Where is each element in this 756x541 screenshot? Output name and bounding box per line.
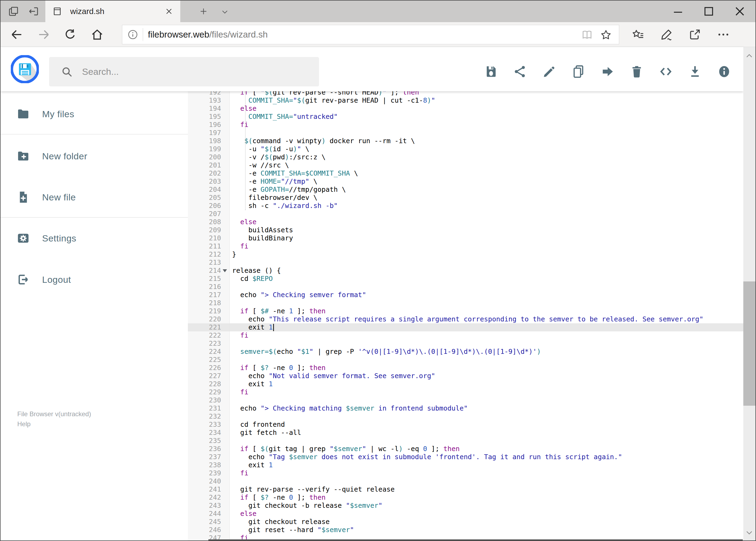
sidebar-item-new-file[interactable]: New file xyxy=(1,181,188,214)
code-line[interactable]: 227 echo "Not valid semver format. See s… xyxy=(188,372,743,380)
code-line[interactable]: 205 filebrowser/dev \ xyxy=(188,194,743,202)
code-line[interactable]: 203 -e HOME="//tmp" \ xyxy=(188,178,743,186)
code-line[interactable]: 200 -v /$(pwd):/src:z \ xyxy=(188,153,743,161)
copy-button[interactable] xyxy=(568,61,589,82)
code-line[interactable]: 204 -e GOPATH=//tmp/gopath \ xyxy=(188,186,743,194)
sidebar-item-logout[interactable]: Logout xyxy=(1,264,188,296)
set-tabs-aside-icon[interactable] xyxy=(28,6,39,17)
code-line[interactable]: 244 else xyxy=(188,510,743,518)
code-line[interactable]: 210 buildBinary xyxy=(188,234,743,242)
rename-button[interactable] xyxy=(539,61,560,82)
share-page-icon[interactable] xyxy=(688,28,701,41)
browser-tab[interactable]: wizard.sh xyxy=(45,1,180,22)
code-line[interactable]: 197 xyxy=(188,129,743,137)
scrollbar-thumb[interactable] xyxy=(743,281,755,406)
filebrowser-logo[interactable] xyxy=(11,55,39,83)
forward-icon[interactable] xyxy=(37,28,50,41)
code-line[interactable]: 229 fi xyxy=(188,388,743,396)
fold-arrow-icon[interactable] xyxy=(223,269,227,272)
code-line[interactable]: 243 git checkout -b release "$semver" xyxy=(188,502,743,510)
sidebar-item-new-folder[interactable]: New folder xyxy=(1,140,188,172)
code-line[interactable]: 223 xyxy=(188,339,743,347)
code-line[interactable]: 237 echo "Tag $semver does not exist in … xyxy=(188,453,743,461)
chevron-down-icon[interactable] xyxy=(220,8,229,16)
delete-button[interactable] xyxy=(626,61,647,82)
code-line[interactable]: 233 cd frontend xyxy=(188,420,743,429)
code-line[interactable]: 212} xyxy=(188,251,743,259)
share-button[interactable] xyxy=(509,61,531,82)
code-line[interactable]: 196 fi xyxy=(188,121,743,129)
info-button[interactable] xyxy=(713,61,735,82)
code-line[interactable]: 193 COMMIT_SHA="$(git rev-parse HEAD | c… xyxy=(188,96,743,105)
annotate-pen-icon[interactable] xyxy=(660,28,673,41)
code-line[interactable]: 220 echo "This release script requires a… xyxy=(188,315,743,323)
code-line[interactable]: 199 -u "$(id -u)" \ xyxy=(188,145,743,153)
hub-favorites-icon[interactable] xyxy=(631,28,644,41)
code-line[interactable]: 225 xyxy=(188,356,743,364)
scroll-up-icon[interactable] xyxy=(745,51,754,61)
code-line[interactable]: 230 xyxy=(188,396,743,404)
code-line[interactable]: 242 if [ $? -ne 0 ]; then xyxy=(188,493,743,502)
home-icon[interactable] xyxy=(91,28,104,41)
code-line[interactable]: 194 else xyxy=(188,105,743,113)
search-box[interactable] xyxy=(49,57,319,86)
new-tab-icon[interactable] xyxy=(199,7,208,16)
code-line[interactable]: 214release () { xyxy=(188,267,743,275)
code-line[interactable]: 245 git checkout release xyxy=(188,518,743,526)
move-button[interactable] xyxy=(597,61,619,82)
code-line[interactable]: 222 fi xyxy=(188,331,743,339)
code-line[interactable]: 217 echo "> Checking semver format" xyxy=(188,291,743,299)
address-bar[interactable]: filebrowser.web/files/wizard.sh xyxy=(122,25,619,44)
sidebar-item-my-files[interactable]: My files xyxy=(1,98,188,130)
code-line[interactable]: 234 git fetch --all xyxy=(188,429,743,437)
reading-view-icon[interactable] xyxy=(581,29,593,41)
code-line[interactable]: 201 -w //src \ xyxy=(188,161,743,169)
code-line[interactable]: 202 -e COMMIT_SHA=$COMMIT_SHA \ xyxy=(188,169,743,178)
code-line[interactable]: 240 xyxy=(188,477,743,485)
code-line[interactable]: 241 git rev-parse --verify --quiet relea… xyxy=(188,485,743,493)
search-input[interactable] xyxy=(82,66,319,77)
close-window-button[interactable] xyxy=(733,4,747,18)
more-options-icon[interactable] xyxy=(717,28,730,41)
code-line[interactable]: 215 cd $REPO xyxy=(188,275,743,283)
sidebar-item-settings[interactable]: Settings xyxy=(1,222,188,255)
code-line[interactable]: 228 exit 1 xyxy=(188,380,743,388)
code-line[interactable]: 211 fi xyxy=(188,242,743,251)
code-line[interactable]: 195 COMMIT_SHA="untracked" xyxy=(188,113,743,121)
code-line[interactable]: 236 if [ $(git tag | grep "$semver" | wc… xyxy=(188,445,743,453)
code-line[interactable]: 192 if [ "$(git rev-parse --short HEAD)"… xyxy=(188,91,743,96)
switch-view-button[interactable] xyxy=(655,61,677,82)
code-line[interactable]: 216 xyxy=(188,283,743,291)
code-line[interactable]: 219 if [ $# -ne 1 ]; then xyxy=(188,307,743,315)
code-line[interactable]: 208 else xyxy=(188,218,743,226)
code-line[interactable]: 224 semver=$(echo "$1" | grep -P '^v(0|[… xyxy=(188,347,743,356)
download-button[interactable] xyxy=(684,61,706,82)
code-editor[interactable]: 192 if [ "$(git rev-parse --short HEAD)"… xyxy=(188,91,743,541)
close-tab-icon[interactable] xyxy=(165,7,173,16)
code-line[interactable]: 206 sh -c "./wizard.sh -b" xyxy=(188,202,743,210)
minimize-button[interactable] xyxy=(671,4,685,18)
horizontal-scrollbar[interactable] xyxy=(208,539,743,541)
code-line[interactable]: 246 git reset --hard "$semver" xyxy=(188,526,743,534)
refresh-icon[interactable] xyxy=(64,28,77,41)
back-icon[interactable] xyxy=(10,28,23,41)
favorite-star-icon[interactable] xyxy=(600,29,612,41)
maximize-button[interactable] xyxy=(702,4,716,18)
code-line[interactable]: 207 xyxy=(188,210,743,218)
scroll-down-icon[interactable] xyxy=(745,528,754,537)
code-line[interactable]: 238 exit 1 xyxy=(188,461,743,469)
code-line[interactable]: 226 if [ $? -ne 0 ]; then xyxy=(188,364,743,372)
code-line[interactable]: 198 $(command -v winpty) docker run --rm… xyxy=(188,137,743,145)
tab-preview-icon[interactable] xyxy=(8,6,19,17)
code-line[interactable]: 235 xyxy=(188,437,743,445)
site-info-icon[interactable] xyxy=(127,29,138,40)
help-link[interactable]: Help xyxy=(17,419,91,429)
code-line[interactable]: 221 exit 1 xyxy=(188,323,743,331)
code-line[interactable]: 213 xyxy=(188,259,743,267)
code-line[interactable]: 209 buildAssets xyxy=(188,226,743,234)
code-line[interactable]: 232 xyxy=(188,412,743,420)
code-line[interactable]: 231 echo "> Checking matching $semver in… xyxy=(188,404,743,412)
code-line[interactable]: 239 fi xyxy=(188,469,743,477)
save-button[interactable] xyxy=(480,61,502,82)
code-line[interactable]: 218 xyxy=(188,299,743,307)
